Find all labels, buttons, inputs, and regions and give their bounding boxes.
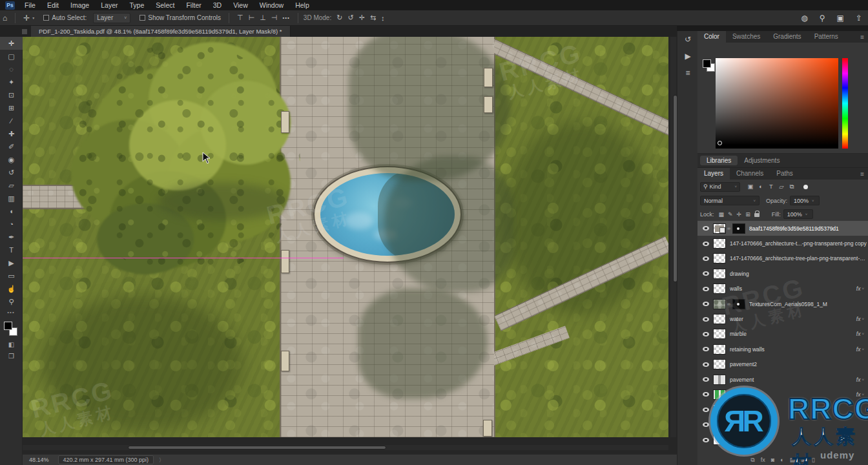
- tab-paths[interactable]: Paths: [770, 168, 800, 180]
- fx-badge[interactable]: fx: [856, 346, 861, 353]
- canvas-area[interactable]: RRCG人人素材 RRCG人人素材 RRCG人人素材: [23, 37, 677, 454]
- layer-name[interactable]: pavement: [730, 377, 856, 383]
- foreground-color-swatch[interactable]: [4, 322, 12, 330]
- gradient-tool[interactable]: ▥: [0, 192, 23, 205]
- layers-bottom-icon[interactable]: ◙: [771, 457, 774, 464]
- dodge-tool[interactable]: ◔: [0, 218, 23, 231]
- fx-badge[interactable]: fx: [856, 391, 861, 398]
- tab-layers[interactable]: Layers: [698, 168, 730, 180]
- layers-bottom-icon[interactable]: ▯: [812, 457, 815, 464]
- layer-visibility-toggle[interactable]: [701, 347, 711, 351]
- blend-mode-dropdown[interactable]: Normal˅: [700, 196, 760, 205]
- layer-row[interactable]: elevation: [698, 417, 868, 432]
- menu-3d[interactable]: 3D: [207, 0, 227, 10]
- properties-icon[interactable]: ≡: [677, 65, 698, 81]
- color-swatches[interactable]: [0, 320, 23, 339]
- status-chevron-icon[interactable]: 〉: [159, 457, 164, 464]
- crop-tool[interactable]: ⊡: [0, 88, 23, 101]
- lock-icon[interactable]: ✎: [728, 211, 733, 218]
- document-image[interactable]: RRCG人人素材 RRCG人人素材 RRCG人人素材: [23, 37, 668, 437]
- fill-field[interactable]: 100%˅: [783, 209, 813, 219]
- panel-menu-icon[interactable]: ≡: [860, 170, 864, 178]
- document-tab[interactable]: PDF_1-200_Taskida.pdf @ 48.1% (8aaf17458…: [31, 26, 291, 37]
- pen-tool[interactable]: ✒: [0, 231, 23, 243]
- layer-name[interactable]: 8aaf17458f89fe3d59e58119d5379d1: [749, 225, 868, 232]
- layer-row[interactable]: Background: [698, 432, 868, 447]
- layers-bottom-icon[interactable]: ▤: [790, 457, 796, 464]
- layer-name[interactable]: elevation: [730, 422, 868, 428]
- layer-row[interactable]: basement: [698, 402, 868, 417]
- layer-visibility-toggle[interactable]: [701, 271, 711, 276]
- layer-visibility-toggle[interactable]: [701, 408, 711, 412]
- quick-mask-icon[interactable]: ◧: [0, 339, 23, 351]
- layer-row[interactable]: 147-1470666_architecture-t...-png-transp…: [698, 236, 868, 251]
- fx-chevron-icon[interactable]: ˅: [862, 287, 864, 291]
- layer-thumbnail[interactable]: [713, 284, 726, 294]
- menu-type[interactable]: Type: [123, 0, 150, 10]
- auto-select-target-dropdown[interactable]: Layer ˅: [93, 13, 130, 23]
- layer-filter-icon[interactable]: ◐: [756, 183, 766, 191]
- layer-name[interactable]: green areas: [730, 391, 856, 398]
- history-brush-tool[interactable]: ↺: [0, 166, 23, 179]
- layer-thumbnail[interactable]: [713, 375, 726, 385]
- layer-thumbnail[interactable]: [713, 404, 726, 415]
- layer-thumbnail[interactable]: [713, 269, 726, 279]
- more-options-icon[interactable]: •••: [282, 15, 289, 21]
- color-picker-marker[interactable]: [718, 141, 722, 145]
- layer-thumbnail[interactable]: [713, 344, 726, 355]
- fx-badge[interactable]: fx: [856, 331, 861, 337]
- fx-badge[interactable]: fx: [856, 316, 861, 322]
- move-tool[interactable]: ✛: [0, 37, 23, 50]
- layer-thumbnail[interactable]: [713, 359, 726, 369]
- fx-chevron-icon[interactable]: ˅: [862, 378, 864, 382]
- layer-visibility-toggle[interactable]: [701, 392, 711, 397]
- tab-swatches[interactable]: Swatches: [726, 31, 767, 43]
- layer-visibility-toggle[interactable]: [701, 226, 711, 231]
- opacity-field[interactable]: 100%˅: [790, 196, 820, 205]
- layer-thumbnail[interactable]: [713, 299, 726, 309]
- layer-thumbnail[interactable]: [713, 329, 726, 339]
- mode-3d-icon[interactable]: ↺: [347, 14, 353, 22]
- menu-help[interactable]: Help: [289, 0, 315, 10]
- align-icon[interactable]: ⊥: [260, 14, 266, 22]
- account-icon[interactable]: ◍: [801, 14, 807, 23]
- edit-toolbar-icon[interactable]: •••: [0, 308, 22, 317]
- menu-image[interactable]: Image: [65, 0, 95, 10]
- align-icon[interactable]: ⊣: [271, 14, 278, 22]
- layer-thumbnail[interactable]: [713, 420, 726, 430]
- home-icon[interactable]: ⌂: [3, 14, 7, 23]
- mode-3d-icon[interactable]: ✛: [359, 14, 365, 22]
- layer-row[interactable]: pavement2: [698, 357, 868, 372]
- layer-mask-thumbnail[interactable]: [732, 223, 745, 234]
- clone-stamp-tool[interactable]: ◉: [0, 153, 23, 166]
- layer-name[interactable]: marble: [730, 331, 856, 337]
- fx-badge[interactable]: fx: [856, 285, 861, 292]
- history-icon[interactable]: ↺: [677, 31, 698, 48]
- rectangle-tool[interactable]: ▭: [0, 269, 23, 282]
- layer-row[interactable]: waterfx˅: [698, 311, 868, 326]
- layer-filter-dropdown[interactable]: ⚲ Kind ˅: [700, 182, 740, 192]
- layer-filter-icon[interactable]: ▣: [745, 183, 756, 191]
- auto-select-checkbox[interactable]: [43, 15, 49, 21]
- tab-gradients[interactable]: Gradients: [767, 31, 807, 43]
- hue-slider[interactable]: [842, 58, 848, 149]
- layer-filter-icon[interactable]: ▱: [776, 183, 787, 191]
- layer-name[interactable]: water: [730, 316, 856, 322]
- zoom-level-field[interactable]: 48.14%: [29, 457, 49, 463]
- filter-toggle-icon[interactable]: [803, 185, 808, 189]
- fx-chevron-icon[interactable]: ˅: [862, 317, 864, 321]
- hand-tool[interactable]: ☝: [0, 282, 23, 295]
- layer-row[interactable]: wallsfx˅: [698, 282, 868, 296]
- menu-layer[interactable]: Layer: [95, 0, 123, 10]
- tab-channels[interactable]: Channels: [730, 168, 770, 180]
- layer-thumbnail[interactable]: [713, 389, 726, 400]
- layers-bottom-icon[interactable]: fx: [761, 457, 765, 464]
- zoom-tool[interactable]: ⚲: [0, 295, 23, 308]
- menu-file[interactable]: File: [19, 0, 41, 10]
- marquee-tool[interactable]: ▢: [0, 50, 23, 63]
- menu-window[interactable]: Window: [254, 0, 289, 10]
- color-panel-swatches[interactable]: [703, 59, 717, 74]
- tab-color[interactable]: Color: [698, 31, 726, 43]
- saturation-field[interactable]: [716, 58, 838, 149]
- lasso-tool[interactable]: ◌: [0, 63, 23, 76]
